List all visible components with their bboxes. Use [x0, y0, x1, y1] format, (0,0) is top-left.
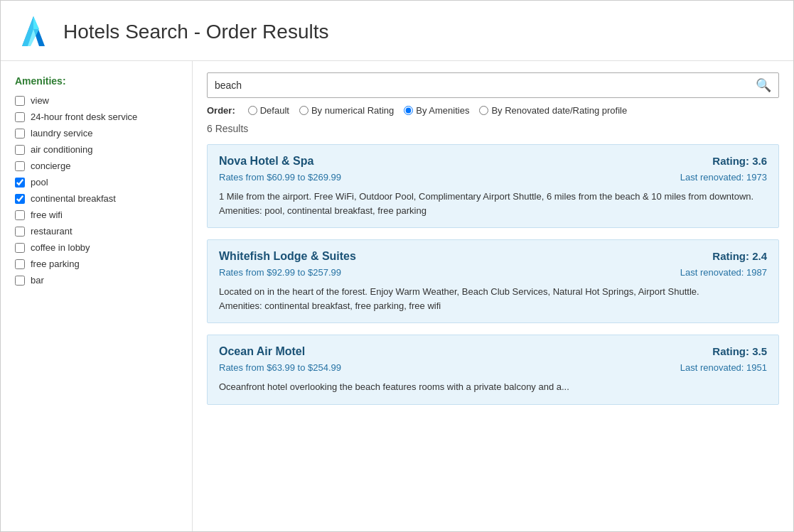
hotel-card-header-1: Whitefish Lodge & Suites Rating: 2.4 [219, 250, 767, 263]
hotel-description-0: 1 Mile from the airport. Free WiFi, Outd… [219, 190, 767, 217]
amenity-checkbox-laundry[interactable] [15, 129, 25, 139]
hotel-rating-0: Rating: 3.6 [712, 155, 767, 167]
amenities-heading: Amenities: [15, 75, 178, 87]
sidebar: Amenities: view24-hour front desk servic… [1, 61, 193, 531]
order-bar: Order: DefaultBy numerical RatingBy Amen… [207, 105, 779, 116]
order-option-by-amenities[interactable]: By Amenities [404, 105, 469, 116]
hotel-name-1[interactable]: Whitefish Lodge & Suites [219, 250, 356, 263]
hotel-card-2: Ocean Air Motel Rating: 3.5 Rates from $… [207, 335, 779, 405]
amenity-checkbox-restaurant[interactable] [15, 227, 25, 237]
amenity-label-free-wifi: free wifi [31, 210, 63, 220]
amenity-label-bar: bar [31, 275, 44, 286]
results-list: Nova Hotel & Spa Rating: 3.6 Rates from … [207, 144, 779, 520]
amenity-checkbox-continental-breakfast[interactable] [15, 194, 25, 204]
search-input[interactable]: beach [215, 80, 756, 91]
amenities-list: view24-hour front desk servicelaundry se… [15, 95, 178, 286]
hotel-renovated-0: Last renovated: 1973 [680, 172, 767, 183]
hotel-subheader-1: Rates from $92.99 to $257.99 Last renova… [219, 267, 767, 278]
amenity-label-continental-breakfast: continental breakfast [31, 193, 116, 204]
amenity-checkbox-view[interactable] [15, 96, 25, 106]
order-label: Order: [207, 105, 235, 116]
order-option-label-renovated-date: By Renovated date/Rating profile [491, 105, 627, 116]
order-option-default[interactable]: Default [248, 105, 289, 116]
hotel-subheader-0: Rates from $60.99 to $269.99 Last renova… [219, 172, 767, 183]
svg-marker-1 [22, 16, 39, 46]
hotel-card-header-0: Nova Hotel & Spa Rating: 3.6 [219, 155, 767, 168]
amenity-checkbox-free-parking[interactable] [15, 259, 25, 269]
amenity-item-free-parking: free parking [15, 259, 178, 269]
amenity-label-laundry: laundry service [31, 128, 92, 139]
amenity-item-bar: bar [15, 275, 178, 286]
hotel-rating-2: Rating: 3.5 [712, 345, 767, 357]
right-panel: beach 🔍 Order: DefaultBy numerical Ratin… [193, 61, 793, 531]
order-radio-renovated-date[interactable] [479, 106, 488, 115]
search-icon[interactable]: 🔍 [756, 77, 771, 93]
hotel-description-1: Located on in the heart of the forest. E… [219, 285, 767, 313]
hotel-rating-1: Rating: 2.4 [712, 250, 767, 262]
hotel-description-2: Oceanfront hotel overlooking the beach f… [219, 380, 767, 394]
amenity-label-restaurant: restaurant [31, 226, 73, 237]
svg-marker-2 [33, 16, 39, 29]
hotel-subheader-2: Rates from $63.99 to $254.99 Last renova… [219, 362, 767, 373]
order-radio-by-amenities[interactable] [404, 106, 413, 115]
order-radio-numerical-rating[interactable] [299, 106, 309, 115]
amenity-item-free-wifi: free wifi [15, 210, 178, 220]
amenity-item-coffee-lobby: coffee in lobby [15, 242, 178, 253]
hotel-name-0[interactable]: Nova Hotel & Spa [219, 155, 313, 168]
main-content: Amenities: view24-hour front desk servic… [1, 61, 793, 531]
order-radio-default[interactable] [248, 106, 257, 115]
amenity-item-continental-breakfast: continental breakfast [15, 193, 178, 204]
hotel-name-2[interactable]: Ocean Air Motel [219, 345, 305, 358]
amenity-checkbox-24hr-desk[interactable] [15, 112, 25, 122]
hotel-card-header-2: Ocean Air Motel Rating: 3.5 [219, 345, 767, 358]
amenity-label-pool: pool [31, 177, 48, 188]
amenity-item-pool: pool [15, 177, 178, 188]
amenity-label-air-conditioning: air conditioning [31, 144, 92, 155]
order-option-label-by-amenities: By Amenities [416, 105, 469, 116]
amenity-label-concierge: concierge [31, 161, 70, 171]
hotel-card-1: Whitefish Lodge & Suites Rating: 2.4 Rat… [207, 239, 779, 323]
amenity-item-restaurant: restaurant [15, 226, 178, 237]
amenity-item-concierge: concierge [15, 161, 178, 171]
hotel-rates-1: Rates from $92.99 to $257.99 [219, 267, 341, 278]
amenity-checkbox-air-conditioning[interactable] [15, 145, 25, 155]
order-option-label-numerical-rating: By numerical Rating [311, 105, 394, 116]
amenity-item-view: view [15, 95, 178, 106]
amenity-item-air-conditioning: air conditioning [15, 144, 178, 155]
results-count: 6 Results [207, 123, 779, 134]
amenity-checkbox-concierge[interactable] [15, 161, 25, 171]
hotel-rates-2: Rates from $63.99 to $254.99 [219, 362, 341, 373]
amenity-label-24hr-desk: 24-hour front desk service [31, 112, 137, 122]
hotels-container: Nova Hotel & Spa Rating: 3.6 Rates from … [207, 144, 779, 405]
amenity-checkbox-pool[interactable] [15, 178, 25, 188]
hotel-renovated-2: Last renovated: 1951 [680, 362, 767, 373]
amenity-label-coffee-lobby: coffee in lobby [31, 242, 90, 253]
page-title: Hotels Search - Order Results [63, 21, 328, 43]
amenity-item-laundry: laundry service [15, 128, 178, 139]
hotel-renovated-1: Last renovated: 1987 [680, 267, 767, 278]
search-bar: beach 🔍 [207, 72, 779, 98]
order-option-numerical-rating[interactable]: By numerical Rating [299, 105, 394, 116]
app-logo [15, 13, 52, 50]
amenity-checkbox-bar[interactable] [15, 276, 25, 286]
header: Hotels Search - Order Results [1, 1, 793, 61]
amenity-checkbox-free-wifi[interactable] [15, 210, 25, 220]
order-option-renovated-date[interactable]: By Renovated date/Rating profile [479, 105, 627, 116]
amenity-label-free-parking: free parking [31, 259, 80, 269]
order-option-label-default: Default [260, 105, 289, 116]
amenity-checkbox-coffee-lobby[interactable] [15, 243, 25, 253]
app-container: Hotels Search - Order Results Amenities:… [0, 0, 794, 532]
order-options: DefaultBy numerical RatingBy AmenitiesBy… [248, 105, 627, 116]
amenity-item-24hr-desk: 24-hour front desk service [15, 112, 178, 122]
hotel-rates-0: Rates from $60.99 to $269.99 [219, 172, 341, 183]
hotel-card-0: Nova Hotel & Spa Rating: 3.6 Rates from … [207, 144, 779, 228]
amenity-label-view: view [31, 95, 49, 106]
